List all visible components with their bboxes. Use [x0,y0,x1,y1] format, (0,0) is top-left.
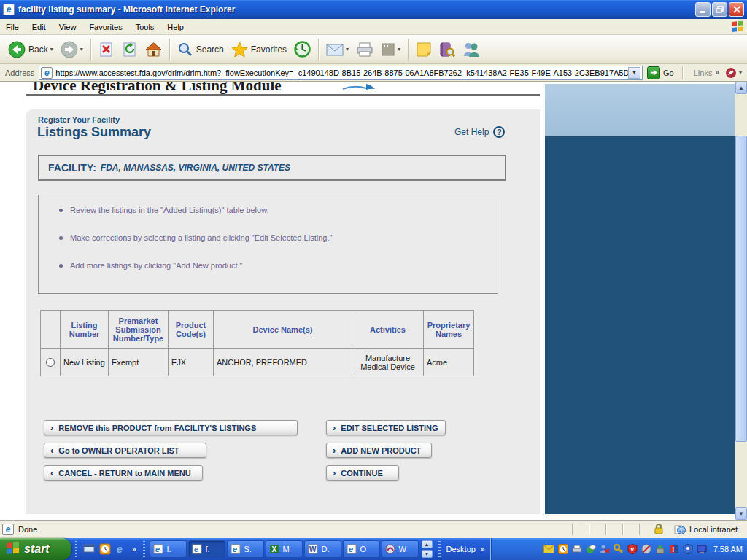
acrobat-button[interactable]: ▾ [725,67,742,79]
scrollbar-thumb[interactable] [735,136,747,442]
task-button-5[interactable]: W D. [304,540,341,558]
task-button-1[interactable]: e I. [150,540,187,558]
desktop-toolbar-label[interactable]: Desktop [446,545,476,553]
task-label: M [283,545,290,553]
task-button-3[interactable]: e S. [227,540,264,558]
vertical-scrollbar[interactable]: ▲ ▼ [735,82,747,520]
tray-info-flag-icon[interactable]: i [668,543,680,555]
quicklaunch-overflow-icon[interactable]: » [132,545,136,553]
research-button[interactable] [436,39,459,60]
mail-dropdown-icon[interactable]: ▾ [346,46,349,52]
svg-text:e: e [155,545,160,553]
scroll-down-button[interactable]: ▼ [735,508,747,520]
select-column-header [41,311,61,349]
restore-button[interactable] [712,2,727,17]
menu-favorites[interactable]: Favorites [89,23,122,31]
favorites-button[interactable]: Favorites [228,39,290,60]
links-chevron-icon[interactable]: » [715,69,719,77]
instruction-text: Add more listings by clicking "Add New p… [70,261,242,270]
scroll-up-button[interactable]: ▲ [735,82,747,94]
get-help-link[interactable]: Get Help ? [454,126,505,138]
forward-dropdown-icon[interactable]: ▾ [80,46,83,52]
taskband-scroll-down-icon[interactable]: ▼ [422,550,433,558]
tray-mail-icon[interactable] [543,543,555,555]
tray-disabled-device-icon[interactable] [640,543,652,555]
minimize-button[interactable] [695,2,711,17]
history-button[interactable] [290,39,314,60]
desktop-toolbar-handle[interactable] [438,541,441,557]
address-input[interactable]: e https://www.accesstest.fda.gov/drlm/dr… [39,66,643,80]
refresh-button[interactable] [118,39,142,60]
messenger-button[interactable] [459,39,484,60]
back-button[interactable]: Back ▾ [4,39,57,61]
task-button-2-active[interactable]: e f. [188,540,225,558]
tray-display-icon[interactable] [696,543,708,555]
links-label[interactable]: Links [694,69,713,77]
tray-key-icon[interactable] [613,543,624,555]
edit-dropdown-icon[interactable]: ▾ [398,46,400,52]
remove-product-button[interactable]: REMOVE this PRODUCT from FACILITY'S LIST… [44,420,298,435]
local-intranet-globe-icon [674,524,686,535]
search-button[interactable]: Search [174,39,228,60]
fda-logo-partial [341,83,376,93]
tray-users-offline-icon[interactable] [599,543,611,555]
column-header: Listing Number [61,311,109,349]
tray-antivirus-icon[interactable]: V [627,543,638,555]
page-side-band [545,84,735,514]
start-button[interactable]: start [0,538,71,560]
tray-messenger-status-icon[interactable] [585,543,597,555]
tray-shield-icon[interactable] [682,543,694,555]
security-zone-label: Local intranet [689,525,738,534]
svg-text:e: e [117,543,123,555]
show-desktop-icon[interactable] [82,542,96,556]
toolbar-separator [169,39,170,61]
ie-page-icon: e [2,524,14,535]
discuss-button[interactable] [412,39,436,60]
quicklaunch-handle[interactable] [75,541,77,557]
clock-launcher-icon[interactable] [98,542,112,556]
discuss-note-icon [416,42,432,58]
menu-file[interactable]: File [6,23,19,31]
task-label: f. [206,545,210,553]
title-bar: e facility listing summary - Microsoft I… [0,0,747,19]
cancel-return-main-menu-label: CANCEL - RETURN to MAIN MENU [58,469,190,478]
taskband-handle[interactable] [143,541,145,557]
remove-product-label: REMOVE this PRODUCT from FACILITY'S LIST… [58,424,256,432]
go-button[interactable]: ➔ Go [647,66,674,79]
edit-button[interactable]: ▾ [377,40,404,59]
cancel-return-main-menu-button[interactable]: CANCEL - RETURN to MAIN MENU [44,465,203,481]
ie-launcher-icon[interactable]: e [115,542,128,556]
menu-edit[interactable]: Edit [32,23,46,31]
ie-task-icon: e [231,544,241,555]
menu-help[interactable]: Help [167,23,184,31]
forward-button[interactable]: ▾ [57,39,87,61]
print-button[interactable] [352,39,377,60]
mail-button[interactable]: ▾ [322,40,352,59]
address-dropdown-icon[interactable]: ▾ [628,67,640,79]
desktop-toolbar-overflow-icon[interactable]: » [481,545,485,553]
close-button[interactable] [729,2,744,17]
listing-radio-button[interactable] [46,358,55,367]
tray-update-icon[interactable] [654,543,666,555]
tray-printer-icon[interactable] [571,543,583,555]
home-button[interactable] [142,39,166,60]
back-dropdown-icon[interactable]: ▾ [50,46,53,52]
tray-clock-icon[interactable] [557,543,569,555]
taskband-scroll-up-icon[interactable]: ▲ [422,540,433,548]
menu-view[interactable]: View [59,23,77,31]
add-new-product-button[interactable]: ADD NEW PRODUCT [326,443,432,458]
ie-window: e facility listing summary - Microsoft I… [0,0,747,560]
task-button-7[interactable]: W [382,540,419,558]
edit-selected-listing-button[interactable]: EDIT SELECTED LISTING [326,420,446,435]
menu-tools[interactable]: Tools [136,23,155,31]
task-button-4[interactable]: X M [266,540,303,558]
table-header-row: Listing Number Premarket Submission Numb… [41,311,474,349]
acrobat-dropdown-icon[interactable]: ▾ [739,69,742,76]
task-button-6[interactable]: e O [343,540,380,558]
continue-button[interactable]: CONTINUE [326,465,399,481]
status-bar: e Done Local intranet [0,520,747,538]
stop-button[interactable] [95,39,118,60]
owner-operator-list-button[interactable]: Go to OWNER OPERATOR LIST [44,443,206,458]
excel-task-icon: X [269,544,280,555]
instruction-text: Review the listings in the "Added Listin… [70,206,269,214]
